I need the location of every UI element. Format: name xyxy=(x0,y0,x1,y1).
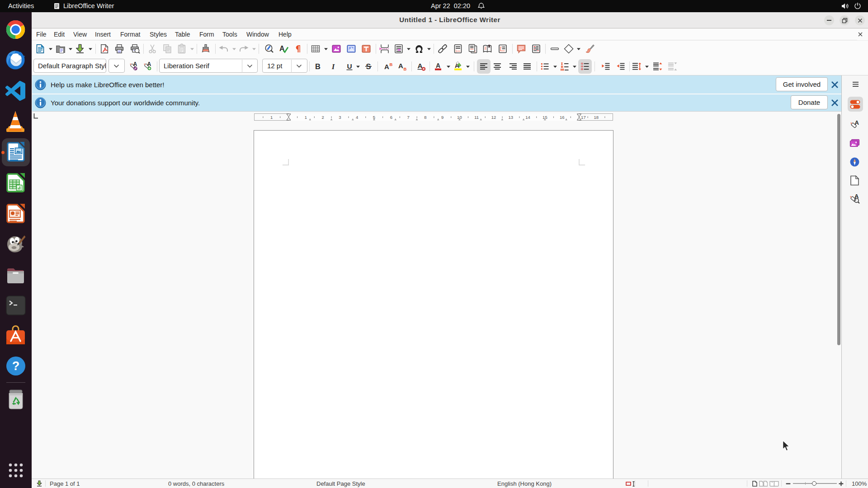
svg-text:A: A xyxy=(133,61,137,67)
svg-text:8: 8 xyxy=(424,114,426,119)
svg-text:1: 1 xyxy=(270,114,273,119)
svg-text:A: A xyxy=(147,61,151,67)
svg-text:A: A xyxy=(384,63,389,70)
svg-text:16: 16 xyxy=(560,114,565,119)
svg-text:13: 13 xyxy=(509,114,514,119)
svg-text:18: 18 xyxy=(594,114,599,119)
svg-text:17: 17 xyxy=(581,114,586,119)
svg-text:A: A xyxy=(855,120,859,126)
svg-text:B: B xyxy=(404,66,407,71)
svg-text:11: 11 xyxy=(474,114,479,119)
svg-text:I: I xyxy=(331,62,335,71)
svg-text:U: U xyxy=(347,62,352,70)
svg-text:12: 12 xyxy=(491,114,496,119)
svg-text:A: A xyxy=(436,62,440,69)
svg-text:14: 14 xyxy=(525,114,530,119)
svg-text:A: A xyxy=(398,62,403,70)
svg-text:B: B xyxy=(390,62,393,67)
svg-text:6: 6 xyxy=(390,114,392,119)
svg-text:A: A xyxy=(418,62,423,70)
svg-text:B: B xyxy=(315,62,321,70)
svg-text:9: 9 xyxy=(441,114,443,119)
svg-text:7: 7 xyxy=(407,114,409,119)
svg-text:4: 4 xyxy=(356,114,358,119)
svg-text:2: 2 xyxy=(321,114,324,119)
svg-text:?: ? xyxy=(12,359,20,373)
svg-text:1: 1 xyxy=(455,49,457,52)
svg-text:1: 1 xyxy=(305,114,307,119)
svg-text:3: 3 xyxy=(339,114,341,119)
